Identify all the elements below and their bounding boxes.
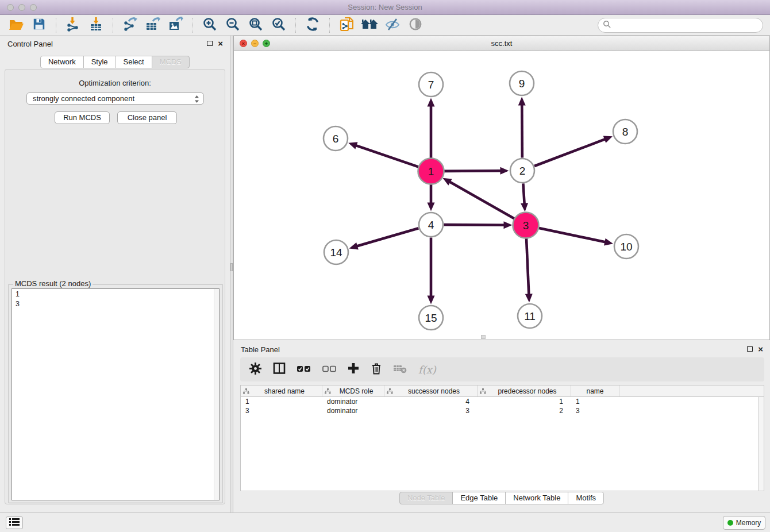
cell-successor-nodes[interactable]: 4	[384, 397, 478, 406]
graph-node-4[interactable]: 4	[419, 213, 443, 237]
table-settings-button[interactable]	[249, 363, 261, 377]
graph-node-2[interactable]: 2	[510, 159, 534, 183]
tab-select[interactable]: Select	[116, 56, 152, 68]
cell-shared-name[interactable]: 1	[241, 397, 322, 406]
tab-style[interactable]: Style	[83, 56, 116, 68]
tab-mcds[interactable]: MCDS	[152, 56, 190, 68]
window-minimize-button[interactable]	[18, 4, 25, 11]
fit-content-button[interactable]	[244, 16, 267, 34]
window-zoom-button[interactable]	[30, 4, 37, 11]
graph-edge-4-14[interactable]	[349, 228, 419, 249]
float-panel-icon[interactable]	[207, 41, 213, 46]
network-view-window: × − + scc.txt 7968124314101511	[233, 36, 770, 340]
column-header-predecessor-nodes[interactable]: predecessor nodes	[478, 385, 571, 396]
graph-edge-2-9[interactable]	[518, 97, 526, 157]
graph-edge-2-8[interactable]	[534, 136, 613, 166]
canvas-resize-grip[interactable]	[481, 335, 486, 339]
graph-edge-3-1[interactable]	[442, 178, 514, 219]
save-session-button[interactable]	[28, 16, 51, 34]
zoom-out-button[interactable]	[221, 16, 244, 34]
graph-node-15[interactable]: 15	[419, 306, 443, 330]
import-table-button[interactable]	[84, 16, 107, 34]
tab-edge-table[interactable]: Edge Table	[452, 492, 506, 504]
mcds-result-text[interactable]: 1 3	[11, 288, 220, 500]
graph-edge-3-11[interactable]	[525, 238, 533, 302]
cell-name[interactable]: 1	[571, 397, 619, 406]
task-history-button[interactable]	[6, 516, 23, 529]
cell-shared-name[interactable]: 3	[241, 406, 322, 415]
memory-button[interactable]: Memory	[723, 516, 765, 530]
result-scrollbar[interactable]	[214, 289, 219, 500]
tab-network-table[interactable]: Network Table	[505, 492, 568, 504]
first-neighbors-button[interactable]	[358, 16, 381, 34]
new-network-from-selection-button[interactable]	[335, 16, 358, 34]
toolbar-separator	[192, 18, 193, 33]
graph-edge-1-7[interactable]	[428, 98, 435, 159]
svg-text:9: 9	[519, 78, 525, 90]
graph-node-3[interactable]: 3	[513, 213, 539, 238]
export-network-button[interactable]	[118, 16, 141, 34]
column-header-name[interactable]: name	[571, 385, 619, 396]
export-image-button[interactable]	[164, 16, 187, 34]
graph-edge-2-3[interactable]	[521, 183, 528, 211]
graph-node-7[interactable]: 7	[419, 72, 443, 97]
tab-motifs[interactable]: Motifs	[568, 492, 604, 504]
graph-node-10[interactable]: 10	[614, 234, 638, 259]
network-close-button[interactable]: ×	[240, 40, 247, 47]
close-panel-button[interactable]: Close panel	[117, 111, 177, 124]
graph-node-6[interactable]: 6	[324, 126, 348, 151]
graph-edge-1-6[interactable]	[348, 142, 418, 167]
search-input[interactable]	[611, 20, 763, 31]
tab-node-table[interactable]: Node Table	[399, 492, 453, 504]
zoom-in-button[interactable]	[198, 16, 221, 34]
export-table-button[interactable]	[141, 16, 164, 34]
cell-name[interactable]: 3	[571, 406, 619, 415]
graph-node-8[interactable]: 8	[613, 119, 637, 144]
graph-node-1[interactable]: 1	[418, 159, 444, 184]
cell-mcds-role[interactable]: dominator	[322, 406, 384, 415]
criterion-dropdown[interactable]: strongly connected component	[26, 92, 204, 105]
graph-node-11[interactable]: 11	[518, 304, 542, 328]
column-header-mcds-role[interactable]: MCDS role	[322, 385, 384, 396]
column-header-successor-nodes[interactable]: successor nodes	[384, 385, 478, 396]
show-graphics-details-button[interactable]	[404, 16, 427, 34]
graph-edge-3-10[interactable]	[538, 228, 613, 246]
create-column-button[interactable]	[348, 363, 359, 376]
delete-column-button[interactable]	[371, 363, 382, 377]
graph-edge-4-15[interactable]	[428, 238, 435, 304]
toolbar-separator	[56, 18, 56, 33]
float-panel-icon[interactable]	[747, 346, 753, 352]
hide-graphics-details-button[interactable]	[381, 16, 404, 34]
table-scrollbar[interactable]	[758, 397, 764, 491]
run-mcds-button[interactable]: Run MCDS	[55, 111, 110, 124]
splitter-grip[interactable]	[230, 263, 233, 271]
graph-edge-1-4[interactable]	[428, 184, 435, 211]
graph-edge-4-3[interactable]	[444, 221, 512, 229]
function-builder-button[interactable]: f(x)	[418, 364, 436, 376]
delete-table-button[interactable]	[394, 364, 407, 376]
select-all-columns-button[interactable]	[297, 364, 311, 375]
show-columns-button[interactable]	[273, 363, 286, 376]
network-minimize-button[interactable]: −	[251, 40, 259, 47]
network-canvas[interactable]: 7968124314101511	[234, 51, 769, 340]
graph-node-9[interactable]: 9	[510, 71, 534, 95]
tab-network[interactable]: Network	[40, 56, 84, 68]
graph-node-14[interactable]: 14	[324, 240, 348, 264]
cell-predecessor-nodes[interactable]: 2	[478, 406, 571, 415]
table-row[interactable]: 3 dominator 3 2 3	[241, 406, 764, 415]
close-panel-icon[interactable]: ×	[758, 344, 763, 354]
zoom-selected-button[interactable]	[267, 16, 290, 34]
unselect-all-columns-button[interactable]	[322, 364, 336, 375]
apply-layout-button[interactable]	[301, 16, 324, 34]
close-panel-icon[interactable]: ×	[218, 38, 223, 49]
window-close-button[interactable]	[7, 4, 14, 11]
cell-predecessor-nodes[interactable]: 1	[478, 397, 571, 406]
table-row[interactable]: 1 dominator 4 1 1	[241, 397, 764, 406]
cell-successor-nodes[interactable]: 3	[384, 406, 478, 415]
open-session-button[interactable]	[5, 16, 28, 34]
import-network-button[interactable]	[61, 16, 84, 34]
graph-edge-1-2[interactable]	[444, 167, 509, 175]
column-header-shared-name[interactable]: shared name	[241, 385, 322, 396]
cell-mcds-role[interactable]: dominator	[322, 397, 384, 406]
network-zoom-button[interactable]: +	[263, 40, 270, 47]
